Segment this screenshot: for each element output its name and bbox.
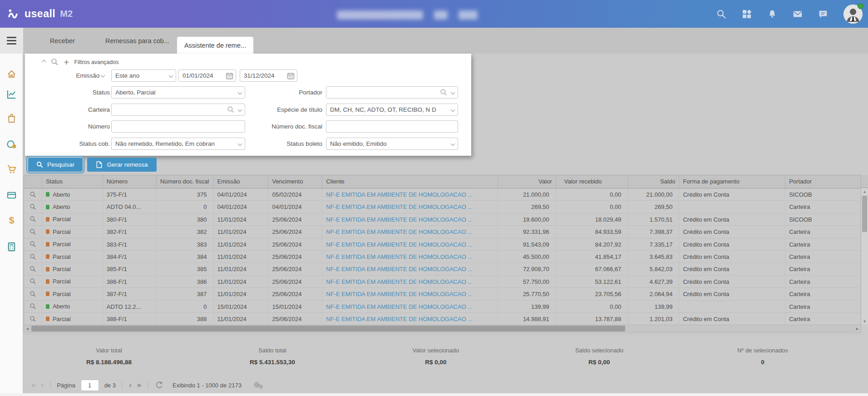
money-coins-icon[interactable]	[0, 136, 23, 152]
scroll-down-arrow[interactable]: ▼	[861, 318, 868, 325]
table-row[interactable]: Parcial 386-F/1 386 11/01/2024 25/06/202…	[24, 276, 861, 288]
calculator-icon[interactable]	[0, 239, 23, 254]
date-to-field[interactable]: 31/12/2024	[240, 69, 297, 82]
col-header-valor[interactable]: Valor	[498, 175, 556, 188]
row-zoom-icon[interactable]	[24, 313, 42, 325]
row-zoom-icon[interactable]	[24, 213, 42, 225]
vertical-scroll-thumb[interactable]	[862, 196, 867, 232]
scroll-left-arrow[interactable]: ◄	[24, 325, 31, 332]
cliente-link[interactable]: NF-E EMITIDA EM AMBIENTE DE HOMOLOGACAO …	[322, 226, 498, 238]
table-row[interactable]: Parcial 380-F/1 380 11/01/2024 25/06/202…	[24, 213, 861, 226]
row-zoom-icon[interactable]	[24, 188, 42, 200]
next-page-button[interactable]: ›	[126, 381, 134, 390]
tab-receber[interactable]: Receber	[34, 28, 91, 54]
table-row[interactable]: Parcial 387-F/1 387 11/01/2024 25/06/202…	[24, 288, 861, 300]
status-select[interactable]: Aberto, Parcial	[111, 86, 245, 99]
filter-search-icon[interactable]	[51, 58, 59, 66]
col-header-forma[interactable]: Forma de pagamento	[679, 175, 785, 188]
table-row[interactable]: Aberto ADTO 04.0... 0 04/01/2024 04/01/2…	[24, 201, 861, 213]
refresh-icon[interactable]	[155, 381, 163, 389]
apps-grid-icon[interactable]	[742, 9, 752, 19]
col-header-recebido[interactable]: Valor recebido	[556, 175, 628, 188]
row-zoom-icon[interactable]	[24, 201, 42, 213]
first-page-button[interactable]: «	[29, 381, 38, 390]
table-row[interactable]: Aberto ADTO 12.2... 0 15/01/2024 15/01/2…	[24, 301, 861, 313]
home-icon[interactable]	[0, 66, 23, 82]
last-page-button[interactable]: »	[134, 381, 144, 390]
table-row[interactable]: Parcial 388-F/1 388 11/01/2024 25/06/202…	[24, 313, 861, 325]
search-icon[interactable]	[716, 9, 726, 19]
row-zoom-icon[interactable]	[24, 288, 42, 300]
col-header-status[interactable]: Status	[42, 175, 103, 188]
lookup-search-icon[interactable]	[440, 89, 448, 96]
col-header-cliente[interactable]: Cliente	[322, 175, 498, 188]
cliente-link[interactable]: NF-E EMITIDA EM AMBIENTE DE HOMOLOGACAO …	[322, 301, 498, 312]
user-avatar[interactable]	[843, 5, 863, 24]
cliente-link[interactable]: NF-E EMITIDA EM AMBIENTE DE HOMOLOGACAO …	[322, 288, 498, 300]
col-header-vencimento[interactable]: Vencimento	[268, 175, 322, 188]
scroll-up-arrow[interactable]: ▲	[861, 188, 868, 195]
chart-icon[interactable]	[0, 86, 23, 102]
emissao-type-caret[interactable]	[101, 73, 105, 78]
mail-icon[interactable]	[793, 9, 803, 19]
chat-icon[interactable]	[818, 9, 828, 19]
col-header-saldo[interactable]: Saldo	[628, 175, 680, 188]
horizontal-scroll-thumb[interactable]	[31, 326, 625, 332]
table-row[interactable]: Aberto 375-F/1 375 04/01/2024 05/02/2024…	[24, 188, 861, 201]
cliente-link[interactable]: NF-E EMITIDA EM AMBIENTE DE HOMOLOGACAO …	[322, 276, 498, 287]
table-row[interactable]: Parcial 384-F/1 384 11/01/2024 25/06/202…	[24, 251, 861, 263]
cliente-link[interactable]: NF-E EMITIDA EM AMBIENTE DE HOMOLOGACAO …	[322, 263, 498, 275]
row-zoom-icon[interactable]	[24, 276, 42, 287]
hamburger-menu-button[interactable]	[0, 28, 23, 54]
col-header-portador[interactable]: Portador	[785, 175, 861, 188]
status-cob-select[interactable]: Não remetido, Remetido, Em cobran	[111, 138, 245, 150]
row-zoom-icon[interactable]	[24, 238, 42, 250]
table-row[interactable]: Parcial 382-F/1 382 11/01/2024 25/06/202…	[24, 226, 861, 238]
row-zoom-icon[interactable]	[24, 226, 42, 238]
portador-combo[interactable]	[326, 86, 458, 99]
table-row[interactable]: Parcial 383-F/1 383 11/01/2024 25/06/202…	[24, 238, 861, 251]
prev-page-button[interactable]: ‹	[38, 381, 46, 390]
col-header-numdoc[interactable]: Número doc. fiscal	[157, 175, 214, 188]
calendar-icon[interactable]	[226, 72, 233, 79]
table-row[interactable]: Parcial 385-F/1 385 11/01/2024 25/06/202…	[24, 263, 861, 275]
especie-select[interactable]: DM, CH, NC, ADTO, OT, RECIBO, N D	[326, 104, 458, 116]
tab-assistente-active[interactable]: Assistente de reme...	[177, 37, 253, 54]
carteira-combo[interactable]	[111, 104, 245, 116]
bottom-strip	[0, 393, 868, 396]
credit-card-icon[interactable]	[0, 187, 23, 203]
numero-input[interactable]	[111, 120, 245, 133]
status-cell: Aberto	[42, 301, 103, 312]
grid-settings-gears-icon[interactable]	[253, 381, 263, 389]
row-zoom-icon[interactable]	[24, 251, 42, 262]
cliente-link[interactable]: NF-E EMITIDA EM AMBIENTE DE HOMOLOGACAO …	[322, 188, 498, 200]
notifications-bell-icon[interactable]	[767, 9, 777, 19]
col-header-numero[interactable]: Número	[103, 175, 157, 188]
tab-remessas[interactable]: Remessas para cob...	[95, 28, 179, 54]
shopping-cart-icon[interactable]	[0, 161, 23, 177]
add-filter-icon[interactable]: +	[64, 59, 69, 65]
pesquisar-button[interactable]: Pesquisar	[28, 158, 83, 172]
scroll-right-arrow[interactable]: ►	[854, 325, 861, 332]
horizontal-scrollbar[interactable]: ◄ ►	[24, 325, 861, 332]
cliente-link[interactable]: NF-E EMITIDA EM AMBIENTE DE HOMOLOGACAO …	[322, 213, 498, 225]
calendar-icon[interactable]	[287, 72, 295, 79]
col-header-emissao[interactable]: Emissão	[214, 175, 269, 188]
date-from-field[interactable]: 01/01/2024	[178, 69, 236, 82]
cliente-link[interactable]: NF-E EMITIDA EM AMBIENTE DE HOMOLOGACAO …	[322, 251, 498, 262]
cliente-link[interactable]: NF-E EMITIDA EM AMBIENTE DE HOMOLOGACAO …	[322, 238, 498, 250]
row-zoom-icon[interactable]	[24, 263, 42, 275]
lookup-search-icon[interactable]	[227, 106, 235, 114]
shopping-bag-icon[interactable]	[0, 110, 23, 126]
vertical-scrollbar[interactable]: ▲ ▼	[861, 188, 868, 325]
status-boleto-select[interactable]: Não emitido, Emitido	[326, 138, 458, 150]
collapse-filters-icon[interactable]	[42, 60, 46, 64]
row-zoom-icon[interactable]	[24, 301, 42, 312]
emissao-period-select[interactable]: Este ano	[111, 69, 176, 82]
cliente-link[interactable]: NF-E EMITIDA EM AMBIENTE DE HOMOLOGACAO …	[322, 201, 498, 213]
dollar-icon[interactable]: $	[0, 213, 23, 228]
cliente-link[interactable]: NF-E EMITIDA EM AMBIENTE DE HOMOLOGACAO …	[322, 313, 498, 325]
page-number-input[interactable]	[81, 380, 99, 391]
gerar-remessa-button[interactable]: Gerar remessa	[87, 158, 157, 172]
numero-doc-fiscal-input[interactable]	[326, 120, 458, 133]
